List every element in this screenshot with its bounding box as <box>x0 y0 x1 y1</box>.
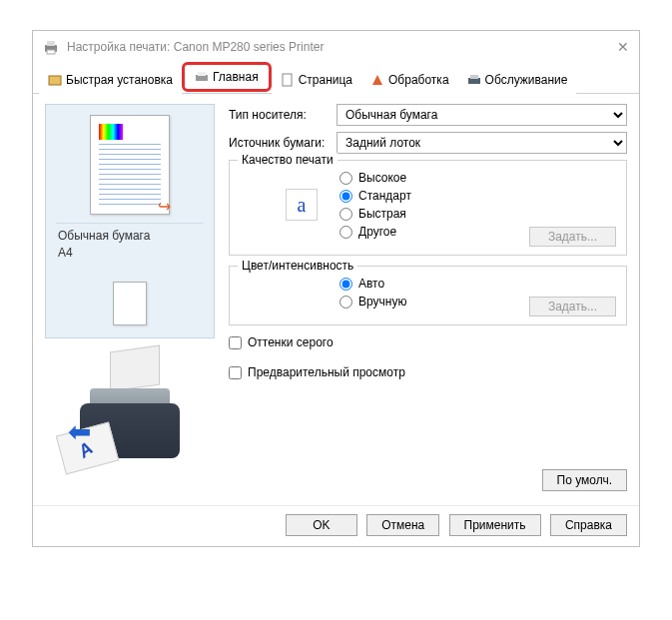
quality-title: Качество печати <box>238 153 337 167</box>
media-type-label: Тип носителя: <box>229 108 329 122</box>
preview-checkbox[interactable]: Предварительный просмотр <box>229 365 627 379</box>
main-tab-icon <box>195 70 209 84</box>
quality-set-button[interactable]: Задать... <box>529 227 616 247</box>
dialog-footer: OK Отмена Применить Справка <box>33 505 639 546</box>
printer-icon <box>43 39 59 55</box>
tab-content: ↪ Обычная бумага A4 ⬅ Тип носителя: Обыч… <box>33 94 639 505</box>
color-title: Цвет/интенсивность <box>238 259 357 273</box>
quick-setup-icon <box>48 73 62 87</box>
preview-size: A4 <box>58 245 202 262</box>
ok-button[interactable]: OK <box>286 514 357 536</box>
window-title: Настройка печати: Canon MP280 series Pri… <box>67 40 324 54</box>
color-set-button[interactable]: Задать... <box>529 297 616 316</box>
svg-rect-2 <box>47 50 55 54</box>
svg-rect-6 <box>283 74 292 86</box>
svg-rect-8 <box>470 75 478 79</box>
defaults-button[interactable]: По умолч. <box>542 469 627 491</box>
svg-rect-3 <box>49 76 61 85</box>
svg-rect-1 <box>47 41 55 46</box>
quality-sample-icon: a <box>286 189 318 221</box>
preview-box: ↪ Обычная бумага A4 <box>45 104 215 338</box>
color-auto[interactable]: Авто <box>339 275 616 293</box>
media-type-select[interactable]: Обычная бумага <box>336 104 627 126</box>
print-quality-group: Качество печати a Высокое Стандарт Быстр… <box>229 160 627 256</box>
tab-bar: Быстрая установка Главная Страница Обраб… <box>33 63 639 94</box>
grayscale-checkbox[interactable]: Оттенки серого <box>229 335 627 349</box>
preview-media: Обычная бумага <box>58 228 202 245</box>
settings-pane: Тип носителя: Обычная бумага Источник бу… <box>229 104 627 491</box>
tab-maintenance[interactable]: Обслуживание <box>458 64 577 94</box>
quality-standard[interactable]: Стандарт <box>339 187 616 205</box>
tab-main[interactable]: Главная <box>182 62 272 92</box>
tab-page-setup[interactable]: Страница <box>272 64 361 94</box>
small-page-icon <box>113 282 147 325</box>
printer-illustration: ⬅ <box>60 348 200 468</box>
apply-button[interactable]: Применить <box>449 514 541 536</box>
cancel-button[interactable]: Отмена <box>366 514 439 536</box>
svg-rect-5 <box>198 72 206 76</box>
document-preview-icon: ↪ <box>90 115 170 215</box>
print-settings-window: Настройка печати: Canon MP280 series Pri… <box>32 30 640 547</box>
titlebar: Настройка печати: Canon MP280 series Pri… <box>33 31 639 63</box>
preview-pane: ↪ Обычная бумага A4 ⬅ <box>45 104 215 491</box>
close-icon[interactable]: ✕ <box>617 39 629 55</box>
tab-effects[interactable]: Обработка <box>361 64 458 94</box>
page-tab-icon <box>281 73 295 87</box>
effects-tab-icon <box>370 73 384 87</box>
preview-info: Обычная бумага A4 <box>56 223 204 266</box>
quality-high[interactable]: Высокое <box>339 169 616 187</box>
tab-quick-setup[interactable]: Быстрая установка <box>39 64 182 94</box>
paper-source-select[interactable]: Задний лоток <box>336 132 627 154</box>
paper-source-label: Источник бумаги: <box>229 136 329 150</box>
help-button[interactable]: Справка <box>550 514 627 536</box>
quality-fast[interactable]: Быстрая <box>339 205 616 223</box>
maintenance-tab-icon <box>467 73 481 87</box>
color-intensity-group: Цвет/интенсивность Авто Вручную Задать..… <box>229 266 627 325</box>
